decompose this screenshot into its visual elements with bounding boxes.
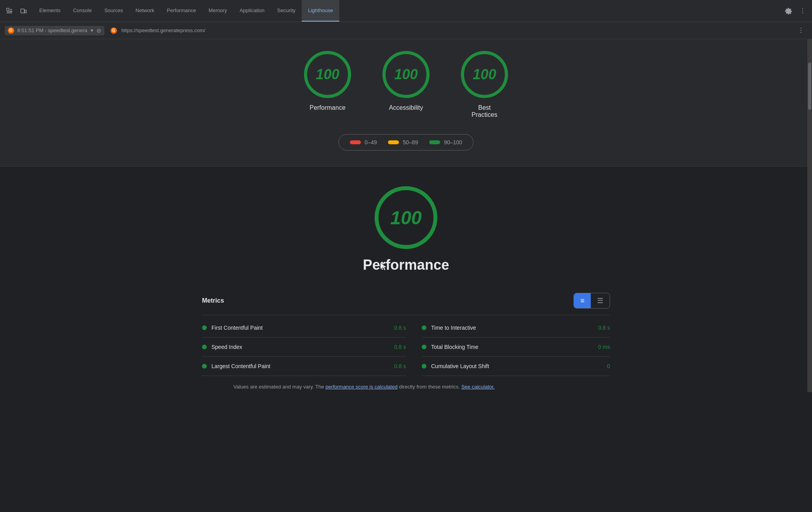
- url-display: https://speedtest.generatepress.com/: [122, 27, 792, 33]
- metric-name-si: Speed Index: [211, 344, 390, 350]
- metric-value-cls: 0: [607, 363, 610, 369]
- score-value-accessibility: 100: [394, 66, 418, 83]
- metrics-grid: First Contentful Paint 0.8 s Speed Index…: [202, 318, 610, 376]
- metrics-right-col: Time to Interactive 0.8 s Total Blocking…: [406, 318, 610, 376]
- score-item-performance: 100 Performance: [304, 51, 351, 118]
- tab-sources[interactable]: Sources: [98, 0, 129, 22]
- legend-dot-green: [429, 140, 440, 144]
- score-circle-performance: 100: [304, 51, 351, 98]
- score-circle-best-practices: 100: [461, 51, 508, 98]
- metric-name-tti: Time to Interactive: [431, 325, 594, 331]
- metric-name-fcp: First Contentful Paint: [211, 325, 390, 331]
- metrics-container: Metrics ≡ ☰ First Contentful Paint 0.8 s: [171, 293, 641, 390]
- legend-dot-red: [350, 140, 361, 144]
- svg-rect-0: [7, 8, 9, 11]
- metric-name-lcp: Largest Contentful Paint: [211, 363, 390, 369]
- chevron-down-icon: ▾: [91, 27, 93, 33]
- footer-note: Values are estimated and may vary. The p…: [202, 384, 610, 390]
- footer-middle: directly from these metrics.: [399, 384, 461, 390]
- svg-rect-1: [21, 9, 24, 13]
- devtools-topbar-right: ⋮: [782, 5, 809, 17]
- scores-section: 100 Performance 100 Accessibility 100 Be…: [0, 39, 812, 167]
- site-favicon-icon: G: [111, 27, 117, 34]
- url-more-icon[interactable]: ⋮: [795, 24, 807, 37]
- score-label-best-practices: BestPractices: [472, 104, 497, 118]
- tab-info: G 8:51:51 PM - speedtest.genera ▾ ⊘: [5, 26, 104, 35]
- metrics-divider: [202, 315, 610, 315]
- metric-row-cls: Cumulative Layout Shift 0: [422, 357, 610, 376]
- tab-memory[interactable]: Memory: [202, 0, 233, 22]
- perf-score-link[interactable]: performance score is calculated: [326, 384, 398, 390]
- score-value-best-practices: 100: [473, 66, 496, 83]
- perf-score-value: 100: [390, 207, 422, 229]
- score-label-performance: Performance: [310, 104, 346, 111]
- metrics-header: Metrics ≡ ☰: [202, 293, 610, 309]
- perf-section: 100 Performance Metrics ≡ ☰ First Conten…: [0, 167, 812, 405]
- metrics-left-col: First Contentful Paint 0.8 s Speed Index…: [202, 318, 406, 376]
- metric-dot-lcp: [202, 364, 207, 369]
- metric-value-tbt: 0 ms: [598, 344, 610, 350]
- tab-elements[interactable]: Elements: [33, 0, 67, 22]
- grid-icon: ≡: [580, 297, 584, 305]
- metric-value-fcp: 0.8 s: [394, 325, 406, 331]
- legend-item-mid: 50–89: [388, 139, 418, 145]
- calculator-link[interactable]: See calculator.: [461, 384, 495, 390]
- list-icon: ☰: [597, 296, 603, 305]
- perf-title: Performance: [363, 257, 449, 273]
- tab-network[interactable]: Network: [129, 0, 161, 22]
- more-menu-icon[interactable]: ⋮: [796, 5, 809, 17]
- tab-timestamp: 8:51:51 PM - speedtest.genera: [17, 27, 87, 33]
- score-item-best-practices: 100 BestPractices: [461, 51, 508, 118]
- devtools-icons-left: [3, 5, 30, 17]
- tab-security[interactable]: Security: [271, 0, 302, 22]
- svg-rect-2: [25, 10, 26, 13]
- toggle-grid-button[interactable]: ≡: [574, 293, 591, 308]
- tab-performance[interactable]: Performance: [160, 0, 202, 22]
- legend: 0–49 50–89 90–100: [0, 134, 812, 151]
- metric-row-lcp: Largest Contentful Paint 0.8 s: [202, 357, 406, 376]
- score-value-performance: 100: [316, 66, 339, 83]
- legend-range-low: 0–49: [365, 139, 377, 145]
- metric-name-cls: Cumulative Layout Shift: [431, 363, 602, 369]
- score-label-accessibility: Accessibility: [389, 104, 423, 111]
- stop-icon: ⊘: [96, 27, 101, 34]
- metric-row-tti: Time to Interactive 0.8 s: [422, 318, 610, 338]
- legend-range-high: 90–100: [444, 139, 462, 145]
- favicon-icon: G: [8, 27, 14, 34]
- metric-dot-cls: [422, 364, 426, 369]
- devtools-topbar: Elements Console Sources Network Perform…: [0, 0, 812, 22]
- score-item-accessibility: 100 Accessibility: [382, 51, 430, 118]
- tabs-bar: Elements Console Sources Network Perform…: [33, 0, 782, 22]
- metric-dot-tti: [422, 325, 426, 330]
- footer-text: Values are estimated and may vary. The: [233, 384, 326, 390]
- metric-value-si: 0.8 s: [394, 344, 406, 350]
- device-toggle-icon[interactable]: [17, 5, 30, 17]
- toggle-list-button[interactable]: ☰: [591, 293, 610, 308]
- tab-application[interactable]: Application: [233, 0, 271, 22]
- scores-row: 100 Performance 100 Accessibility 100 Be…: [0, 51, 812, 118]
- tab-lighthouse[interactable]: Lighthouse: [302, 0, 339, 22]
- legend-dot-orange: [388, 140, 399, 144]
- perf-score-center: 100 Performance: [0, 186, 812, 273]
- scrollbar-thumb[interactable]: [808, 63, 811, 110]
- view-toggle: ≡ ☰: [573, 293, 610, 309]
- metric-value-lcp: 0.8 s: [394, 363, 406, 369]
- metrics-title: Metrics: [202, 297, 224, 304]
- metric-dot-fcp: [202, 325, 207, 330]
- legend-item-low: 0–49: [350, 139, 377, 145]
- metric-value-tti: 0.8 s: [598, 325, 610, 331]
- metric-row-si: Speed Index 0.8 s: [202, 338, 406, 357]
- url-bar: G 8:51:51 PM - speedtest.genera ▾ ⊘ G ht…: [0, 22, 812, 39]
- legend-range-mid: 50–89: [403, 139, 418, 145]
- metric-dot-tbt: [422, 345, 426, 349]
- settings-icon[interactable]: [782, 5, 795, 17]
- legend-inner: 0–49 50–89 90–100: [339, 134, 474, 151]
- perf-circle: 100: [375, 186, 437, 249]
- metric-row-fcp: First Contentful Paint 0.8 s: [202, 318, 406, 338]
- metric-dot-si: [202, 345, 207, 349]
- legend-item-high: 90–100: [429, 139, 462, 145]
- tab-console[interactable]: Console: [67, 0, 98, 22]
- scrollbar[interactable]: [807, 39, 812, 392]
- inspect-icon[interactable]: [3, 5, 16, 17]
- metric-row-tbt: Total Blocking Time 0 ms: [422, 338, 610, 357]
